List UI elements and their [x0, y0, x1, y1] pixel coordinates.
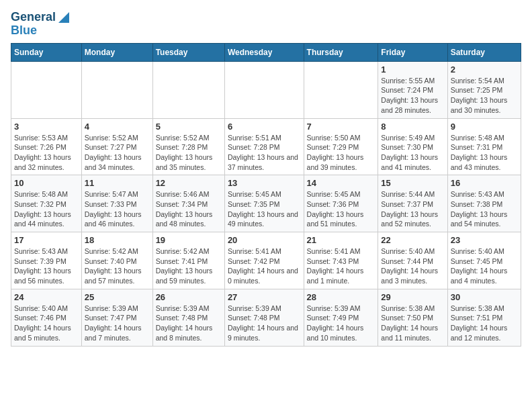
day-number: 26: [156, 292, 222, 302]
day-number: 27: [228, 292, 301, 302]
calendar-cell: [224, 61, 304, 118]
day-info: Sunrise: 5:55 AMSunset: 7:24 PMDaylight:…: [381, 76, 444, 116]
day-number: 8: [381, 122, 444, 132]
calendar-cell: 3Sunrise: 5:53 AMSunset: 7:26 PMDaylight…: [11, 118, 82, 175]
calendar-cell: 1Sunrise: 5:55 AMSunset: 7:24 PMDaylight…: [378, 61, 447, 118]
day-info: Sunrise: 5:40 AMSunset: 7:45 PMDaylight:…: [451, 246, 518, 286]
day-number: 15: [381, 178, 444, 188]
day-info: Sunrise: 5:39 AMSunset: 7:47 PMDaylight:…: [85, 304, 150, 343]
calendar-cell: 8Sunrise: 5:49 AMSunset: 7:30 PMDaylight…: [378, 118, 447, 175]
weekday-header-friday: Friday: [378, 43, 447, 61]
day-number: 3: [14, 122, 79, 132]
day-number: 1: [381, 64, 444, 75]
calendar-cell: 16Sunrise: 5:43 AMSunset: 7:38 PMDayligh…: [447, 175, 521, 232]
day-number: 12: [156, 178, 222, 188]
calendar-cell: 12Sunrise: 5:46 AMSunset: 7:34 PMDayligh…: [152, 175, 224, 232]
calendar-cell: 28Sunrise: 5:39 AMSunset: 7:49 PMDayligh…: [304, 289, 378, 346]
day-info: Sunrise: 5:53 AMSunset: 7:26 PMDaylight:…: [14, 133, 79, 173]
day-info: Sunrise: 5:39 AMSunset: 7:48 PMDaylight:…: [156, 304, 222, 343]
day-number: 30: [451, 292, 518, 302]
day-info: Sunrise: 5:41 AMSunset: 7:43 PMDaylight:…: [307, 246, 375, 286]
calendar-cell: 13Sunrise: 5:45 AMSunset: 7:35 PMDayligh…: [224, 175, 304, 232]
logo: General Blue: [11, 11, 71, 38]
day-info: Sunrise: 5:39 AMSunset: 7:48 PMDaylight:…: [228, 304, 301, 343]
weekday-header-sunday: Sunday: [11, 43, 82, 61]
day-number: 23: [451, 235, 518, 245]
calendar-cell: 22Sunrise: 5:40 AMSunset: 7:44 PMDayligh…: [378, 232, 447, 289]
day-info: Sunrise: 5:48 AMSunset: 7:32 PMDaylight:…: [14, 189, 79, 229]
day-info: Sunrise: 5:42 AMSunset: 7:40 PMDaylight:…: [85, 246, 150, 286]
weekday-header-wednesday: Wednesday: [224, 43, 304, 61]
day-info: Sunrise: 5:45 AMSunset: 7:36 PMDaylight:…: [307, 189, 375, 229]
day-number: 17: [14, 235, 79, 245]
calendar-cell: 26Sunrise: 5:39 AMSunset: 7:48 PMDayligh…: [152, 289, 224, 346]
calendar-cell: [304, 61, 378, 118]
calendar-week-2: 3Sunrise: 5:53 AMSunset: 7:26 PMDaylight…: [11, 118, 521, 175]
calendar-cell: 9Sunrise: 5:48 AMSunset: 7:31 PMDaylight…: [447, 118, 521, 175]
day-info: Sunrise: 5:40 AMSunset: 7:46 PMDaylight:…: [14, 304, 79, 343]
day-info: Sunrise: 5:47 AMSunset: 7:33 PMDaylight:…: [85, 189, 150, 229]
calendar-table: SundayMondayTuesdayWednesdayThursdayFrid…: [11, 43, 521, 347]
calendar-cell: 7Sunrise: 5:50 AMSunset: 7:29 PMDaylight…: [304, 118, 378, 175]
day-number: 21: [307, 235, 375, 245]
calendar-cell: 24Sunrise: 5:40 AMSunset: 7:46 PMDayligh…: [11, 289, 82, 346]
calendar-cell: 15Sunrise: 5:44 AMSunset: 7:37 PMDayligh…: [378, 175, 447, 232]
calendar-cell: 29Sunrise: 5:38 AMSunset: 7:50 PMDayligh…: [378, 289, 447, 346]
calendar-week-1: 1Sunrise: 5:55 AMSunset: 7:24 PMDaylight…: [11, 61, 521, 118]
day-number: 4: [85, 122, 150, 132]
day-number: 22: [381, 235, 444, 245]
day-info: Sunrise: 5:49 AMSunset: 7:30 PMDaylight:…: [381, 133, 444, 173]
weekday-header-tuesday: Tuesday: [152, 43, 224, 61]
weekday-header-monday: Monday: [81, 43, 152, 61]
day-number: 25: [85, 292, 150, 302]
weekday-header-saturday: Saturday: [447, 43, 521, 61]
calendar-week-3: 10Sunrise: 5:48 AMSunset: 7:32 PMDayligh…: [11, 175, 521, 232]
day-number: 7: [307, 122, 375, 132]
weekday-header-thursday: Thursday: [304, 43, 378, 61]
day-number: 24: [14, 292, 79, 302]
day-number: 29: [381, 292, 444, 302]
day-number: 20: [228, 235, 301, 245]
calendar-cell: 23Sunrise: 5:40 AMSunset: 7:45 PMDayligh…: [447, 232, 521, 289]
day-info: Sunrise: 5:38 AMSunset: 7:50 PMDaylight:…: [381, 304, 444, 343]
calendar-cell: 6Sunrise: 5:51 AMSunset: 7:28 PMDaylight…: [224, 118, 304, 175]
calendar-cell: 5Sunrise: 5:52 AMSunset: 7:28 PMDaylight…: [152, 118, 224, 175]
day-number: 14: [307, 178, 375, 188]
calendar-cell: 4Sunrise: 5:52 AMSunset: 7:27 PMDaylight…: [81, 118, 152, 175]
calendar-week-5: 24Sunrise: 5:40 AMSunset: 7:46 PMDayligh…: [11, 289, 521, 346]
day-number: 18: [85, 235, 150, 245]
calendar-week-4: 17Sunrise: 5:43 AMSunset: 7:39 PMDayligh…: [11, 232, 521, 289]
calendar-cell: [11, 61, 82, 118]
calendar-cell: 14Sunrise: 5:45 AMSunset: 7:36 PMDayligh…: [304, 175, 378, 232]
day-info: Sunrise: 5:54 AMSunset: 7:25 PMDaylight:…: [451, 76, 518, 116]
day-info: Sunrise: 5:48 AMSunset: 7:31 PMDaylight:…: [451, 133, 518, 173]
day-info: Sunrise: 5:51 AMSunset: 7:28 PMDaylight:…: [228, 133, 301, 173]
calendar-cell: 25Sunrise: 5:39 AMSunset: 7:47 PMDayligh…: [81, 289, 152, 346]
calendar-cell: 19Sunrise: 5:42 AMSunset: 7:41 PMDayligh…: [152, 232, 224, 289]
day-info: Sunrise: 5:45 AMSunset: 7:35 PMDaylight:…: [228, 189, 301, 229]
day-number: 19: [156, 235, 222, 245]
day-number: 28: [307, 292, 375, 302]
calendar-cell: 17Sunrise: 5:43 AMSunset: 7:39 PMDayligh…: [11, 232, 82, 289]
day-info: Sunrise: 5:40 AMSunset: 7:44 PMDaylight:…: [381, 246, 444, 286]
calendar-cell: 11Sunrise: 5:47 AMSunset: 7:33 PMDayligh…: [81, 175, 152, 232]
day-info: Sunrise: 5:44 AMSunset: 7:37 PMDaylight:…: [381, 189, 444, 229]
calendar-cell: 20Sunrise: 5:41 AMSunset: 7:42 PMDayligh…: [224, 232, 304, 289]
day-info: Sunrise: 5:39 AMSunset: 7:49 PMDaylight:…: [307, 304, 375, 343]
calendar-cell: 18Sunrise: 5:42 AMSunset: 7:40 PMDayligh…: [81, 232, 152, 289]
calendar-cell: [81, 61, 152, 118]
day-info: Sunrise: 5:52 AMSunset: 7:28 PMDaylight:…: [156, 133, 222, 173]
day-number: 5: [156, 122, 222, 132]
day-info: Sunrise: 5:46 AMSunset: 7:34 PMDaylight:…: [156, 189, 222, 229]
day-number: 13: [228, 178, 301, 188]
svg-marker-0: [58, 12, 69, 23]
day-info: Sunrise: 5:43 AMSunset: 7:38 PMDaylight:…: [451, 189, 518, 229]
day-info: Sunrise: 5:50 AMSunset: 7:29 PMDaylight:…: [307, 133, 375, 173]
day-number: 2: [451, 64, 518, 75]
calendar-cell: 2Sunrise: 5:54 AMSunset: 7:25 PMDaylight…: [447, 61, 521, 118]
weekday-header-row: SundayMondayTuesdayWednesdayThursdayFrid…: [11, 43, 521, 61]
day-info: Sunrise: 5:38 AMSunset: 7:51 PMDaylight:…: [451, 304, 518, 343]
day-number: 6: [228, 122, 301, 132]
day-info: Sunrise: 5:41 AMSunset: 7:42 PMDaylight:…: [228, 246, 301, 286]
page-header: General Blue: [11, 11, 521, 38]
